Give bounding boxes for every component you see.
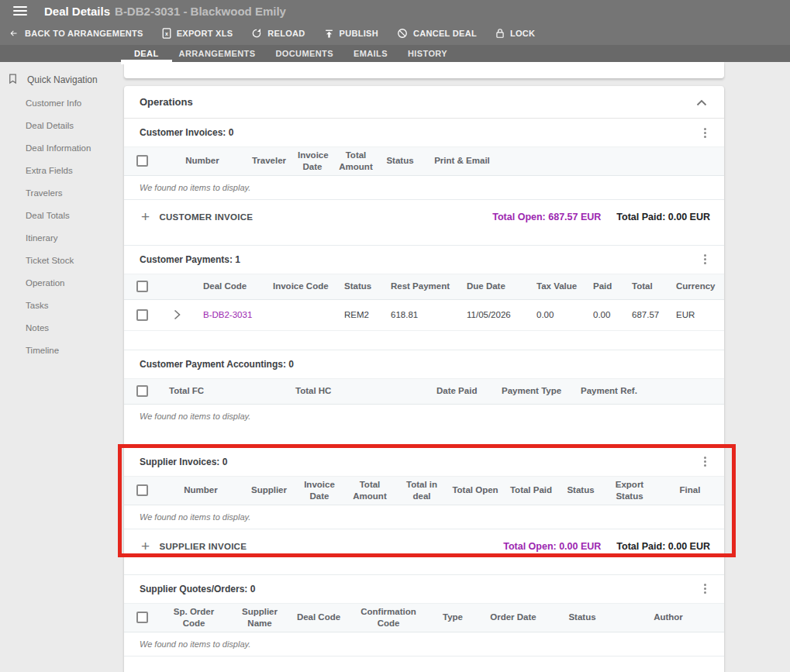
- select-all-checkbox[interactable]: [136, 385, 148, 397]
- customer-payment-accountings-title: Customer Payment Accountings: 0: [140, 359, 294, 370]
- customer-invoices-total-open: Total Open: 687.57 EUR: [492, 212, 601, 222]
- previous-section-card-edge: [124, 62, 724, 78]
- customer-invoices-total-paid: Total Paid: 0.00 EUR: [616, 212, 710, 222]
- cancel-deal-button[interactable]: CANCEL DEAL: [397, 28, 477, 39]
- app-header: Deal Details B-DB2-3031 - Blackwood Emil…: [0, 0, 790, 62]
- customer-payments-section: Customer Payments: 1 Deal Code Invoice C…: [124, 245, 724, 350]
- quick-navigation-title: Quick Navigation: [27, 74, 98, 85]
- publish-icon: [324, 29, 334, 39]
- customer-invoices-section: Customer Invoices: 0 Number Traveler Inv…: [124, 119, 724, 245]
- sidebar-item-itinerary[interactable]: Itinerary: [0, 226, 122, 249]
- supplier-invoices-menu-icon[interactable]: [698, 455, 712, 469]
- supplier-invoices-section: Supplier Invoices: 0 Number Supplier Inv…: [124, 447, 724, 574]
- customer-invoices-title: Customer Invoices: 0: [140, 127, 233, 138]
- supplier-quotes-orders-title: Supplier Quotes/Orders: 0: [140, 584, 255, 594]
- customer-payment-accountings-section: Customer Payment Accountings: 0 Total FC…: [124, 350, 724, 447]
- collapse-chevron-up-icon[interactable]: [696, 95, 707, 109]
- sidebar-item-deal-details[interactable]: Deal Details: [0, 114, 122, 136]
- customer-invoices-menu-icon[interactable]: [698, 126, 712, 140]
- back-to-arrangements-button[interactable]: BACK TO ARRANGEMENTS: [8, 29, 143, 38]
- main-content: Operations Customer Invoices: 0 Number T…: [124, 62, 724, 672]
- action-toolbar: BACK TO ARRANGEMENTS x EXPORT XLS RELOAD: [0, 22, 790, 45]
- reload-button[interactable]: RELOAD: [251, 28, 305, 39]
- supplier-quotes-orders-menu-icon[interactable]: [698, 582, 712, 596]
- sidebar-item-ticket-stock[interactable]: Ticket Stock: [0, 249, 122, 271]
- supplier-quotes-orders-section: Supplier Quotes/Orders: 0 Sp. Order Code…: [124, 574, 724, 672]
- customer-payment-accountings-header-row: Total FC Total HC Date Paid Payment Type…: [124, 378, 724, 405]
- plus-icon: +: [141, 209, 150, 224]
- excel-file-icon: x: [162, 28, 171, 39]
- page-title: Deal Details: [44, 5, 110, 18]
- tab-emails[interactable]: EMAILS: [343, 45, 398, 62]
- svg-text:x: x: [165, 31, 168, 36]
- customer-invoices-empty-message: We found no items to display.: [124, 176, 724, 200]
- sidebar-item-timeline[interactable]: Timeline: [0, 339, 122, 361]
- arrow-left-icon: [8, 29, 19, 38]
- customer-payments-menu-icon[interactable]: [698, 253, 712, 267]
- select-all-checkbox[interactable]: [136, 612, 148, 623]
- customer-payment-accountings-empty-message: We found no items to display.: [124, 405, 724, 429]
- lock-icon: [495, 28, 505, 39]
- sidebar-item-notes[interactable]: Notes: [0, 316, 122, 339]
- deal-code-link[interactable]: B-DB2-3031: [194, 307, 264, 323]
- sidebar-item-extra-fields[interactable]: Extra Fields: [0, 159, 122, 181]
- customer-payment-row[interactable]: B-DB2-3031 REM2 618.81 11/05/2026 0.00 0…: [124, 300, 724, 331]
- supplier-invoices-title: Supplier Invoices: 0: [140, 457, 227, 467]
- customer-payments-header-row: Deal Code Invoice Code Status Rest Payme…: [124, 274, 724, 300]
- select-all-checkbox[interactable]: [136, 484, 148, 496]
- tab-arrangements[interactable]: ARRANGEMENTS: [169, 45, 266, 62]
- cancel-icon: [397, 28, 408, 39]
- sidebar-item-operation[interactable]: Operation: [0, 271, 122, 294]
- operations-card: Operations Customer Invoices: 0 Number T…: [124, 86, 724, 672]
- sidebar-item-deal-information[interactable]: Deal Information: [0, 136, 122, 159]
- operations-title: Operations: [140, 96, 193, 108]
- sidebar-item-customer-info[interactable]: Customer Info: [0, 91, 122, 114]
- deal-details-window: Deal Details B-DB2-3031 - Blackwood Emil…: [0, 0, 790, 672]
- customer-invoices-header-row: Number Traveler Invoice Date Total Amoun…: [124, 146, 724, 176]
- lock-button[interactable]: LOCK: [495, 28, 535, 39]
- supplier-quotes-orders-empty-message: We found no items to display.: [124, 632, 724, 656]
- export-xls-button[interactable]: x EXPORT XLS: [162, 28, 233, 39]
- reload-icon: [251, 28, 262, 39]
- expand-row-chevron-icon[interactable]: [160, 309, 194, 320]
- customer-payments-title: Customer Payments: 1: [140, 254, 240, 265]
- supplier-invoices-total-paid: Total Paid: 0.00 EUR: [616, 541, 710, 552]
- page-subtitle: B-DB2-3031 - Blackwood Emily: [115, 5, 286, 18]
- tab-deal[interactable]: DEAL: [124, 45, 169, 62]
- add-supplier-invoice-button[interactable]: + SUPPLIER INVOICE: [141, 539, 247, 553]
- select-all-checkbox[interactable]: [136, 281, 148, 292]
- supplier-invoices-empty-message: We found no items to display.: [124, 505, 724, 529]
- sidebar-item-tasks[interactable]: Tasks: [0, 294, 122, 316]
- tab-documents[interactable]: DOCUMENTS: [265, 45, 343, 62]
- sidebar-item-travelers[interactable]: Travelers: [0, 181, 122, 204]
- tab-bar: DEAL ARRANGEMENTS DOCUMENTS EMAILS HISTO…: [0, 45, 790, 62]
- plus-icon: +: [141, 539, 150, 553]
- supplier-quotes-orders-header-row: Sp. Order Code Supplier Name Deal Code C…: [124, 603, 724, 632]
- select-all-checkbox[interactable]: [136, 155, 148, 167]
- sidebar-item-deal-totals[interactable]: Deal Totals: [0, 204, 122, 226]
- bookmark-icon: [7, 72, 19, 88]
- publish-button[interactable]: PUBLISH: [324, 29, 378, 39]
- row-checkbox[interactable]: [136, 309, 148, 321]
- supplier-invoices-total-open: Total Open: 0.00 EUR: [503, 541, 601, 552]
- supplier-invoices-header-row: Number Supplier Invoice Date Total Amoun…: [124, 476, 724, 505]
- menu-icon[interactable]: [13, 6, 27, 16]
- add-customer-invoice-button[interactable]: + CUSTOMER INVOICE: [141, 209, 253, 224]
- tab-history[interactable]: HISTORY: [398, 45, 457, 62]
- quick-navigation: Quick Navigation Customer Info Deal Deta…: [0, 68, 122, 361]
